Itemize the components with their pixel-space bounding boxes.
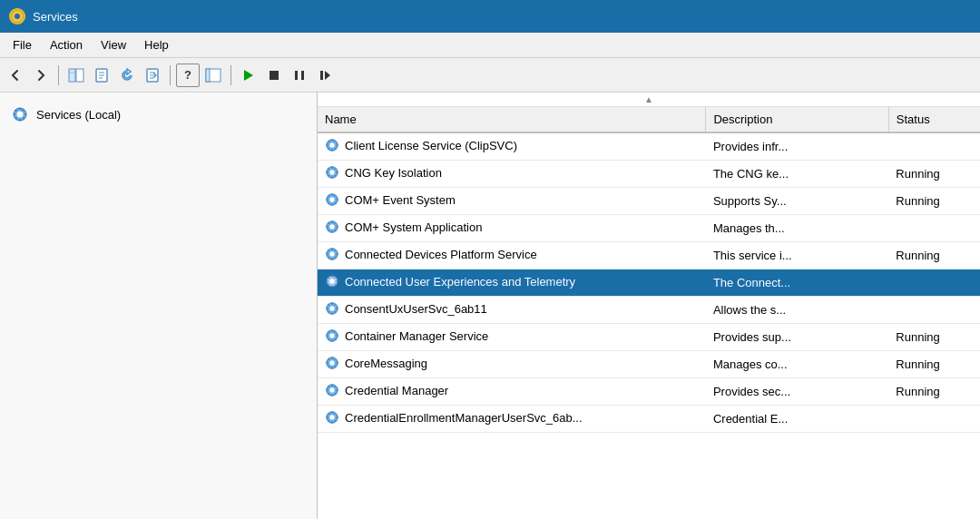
svg-point-22: [17, 112, 24, 118]
svg-marker-15: [244, 70, 253, 81]
svg-point-26: [329, 170, 334, 174]
svg-point-40: [329, 360, 334, 365]
svg-rect-19: [320, 71, 323, 80]
service-description: Manages th...: [706, 215, 888, 242]
service-icon: [325, 138, 339, 152]
table-row[interactable]: Client License Service (ClipSVC) Provide…: [318, 132, 980, 161]
right-panel[interactable]: ▲ Name Description Status Client License…: [318, 93, 980, 519]
service-description: The CNG ke...: [706, 161, 888, 188]
service-icon: [325, 247, 339, 261]
svg-rect-3: [76, 69, 83, 82]
svg-point-32: [329, 251, 334, 256]
table-row[interactable]: CoreMessaging Manages co...Running: [318, 351, 980, 378]
service-description: This service i...: [706, 242, 888, 269]
service-icon: [325, 165, 339, 180]
service-status: [888, 132, 980, 161]
svg-point-38: [329, 333, 334, 338]
service-description: Provides sec...: [706, 378, 888, 406]
column-status[interactable]: Status: [888, 107, 980, 132]
table-row[interactable]: Connected Devices Platform Service This …: [318, 242, 980, 269]
service-status: [888, 406, 980, 433]
table-row[interactable]: Credential Manager Provides sec...Runnin…: [318, 378, 980, 406]
forward-button[interactable]: [29, 64, 53, 87]
svg-point-30: [329, 224, 334, 229]
service-description: The Connect...: [706, 269, 888, 297]
toolbar: ?: [0, 58, 980, 93]
service-row-name: Credential Manager: [325, 383, 448, 397]
window-title: Services: [33, 10, 78, 24]
svg-point-1: [15, 14, 20, 19]
table-row[interactable]: CNG Key Isolation The CNG ke...Running: [318, 161, 980, 188]
table-row[interactable]: COM+ Event System Supports Sy...Running: [318, 188, 980, 215]
services-local-icon: [11, 105, 29, 123]
menu-file[interactable]: File: [4, 34, 41, 55]
title-bar: Services: [0, 0, 980, 33]
app-icon: [9, 8, 25, 24]
service-row-name: Connected Devices Platform Service: [325, 247, 537, 261]
service-description: Manages co...: [706, 351, 888, 378]
stop-service-button[interactable]: [262, 64, 286, 87]
svg-rect-18: [301, 71, 304, 80]
service-icon: [325, 220, 339, 234]
service-row-name: CoreMessaging: [325, 356, 427, 370]
svg-point-42: [329, 387, 334, 392]
service-row-name: Connected User Experiences and Telemetry: [325, 274, 575, 289]
back-button[interactable]: [4, 64, 27, 87]
show-properties-button[interactable]: [90, 64, 113, 87]
scroll-up-indicator: ▲: [318, 93, 980, 107]
separator-1: [58, 65, 59, 85]
table-row[interactable]: Connected User Experiences and Telemetry…: [318, 269, 980, 297]
service-row-name: COM+ Event System: [325, 192, 456, 207]
column-description[interactable]: Description: [706, 107, 888, 132]
service-icon: [325, 356, 339, 370]
service-row-name: Client License Service (ClipSVC): [325, 138, 517, 152]
services-table: Name Description Status Client License S…: [318, 107, 980, 433]
service-icon: [325, 410, 339, 425]
service-row-name: ConsentUxUserSvc_6ab11: [325, 301, 487, 316]
table-row[interactable]: COM+ System Application Manages th...: [318, 215, 980, 242]
start-service-button[interactable]: [237, 64, 260, 87]
svg-rect-17: [295, 71, 298, 80]
menu-help[interactable]: Help: [135, 34, 178, 55]
main-layout: Services (Local) ▲ Name Description Stat…: [0, 93, 980, 519]
svg-rect-2: [69, 69, 75, 82]
services-local-item[interactable]: Services (Local): [0, 100, 317, 129]
service-row-name: Container Manager Service: [325, 328, 488, 343]
service-status: [888, 215, 980, 242]
svg-point-36: [329, 306, 334, 310]
left-panel: Services (Local): [0, 93, 318, 519]
column-name[interactable]: Name: [318, 107, 706, 132]
service-description: Allows the s...: [706, 297, 888, 324]
service-status: [888, 297, 980, 324]
service-status: Running: [888, 161, 980, 188]
menu-bar: File Action View Help: [0, 33, 980, 58]
service-icon: [325, 274, 339, 289]
refresh-button[interactable]: [115, 64, 139, 87]
table-row[interactable]: CredentialEnrollmentManagerUserSvc_6ab..…: [318, 406, 980, 433]
table-row[interactable]: ConsentUxUserSvc_6ab11 Allows the s...: [318, 297, 980, 324]
view-details-button[interactable]: [201, 64, 225, 87]
svg-rect-16: [270, 71, 279, 80]
service-description: Supports Sy...: [706, 188, 888, 215]
pause-service-button[interactable]: [288, 64, 311, 87]
service-description: Provides infr...: [706, 132, 888, 161]
svg-point-28: [329, 197, 334, 201]
table-row[interactable]: Container Manager Service Provides sup..…: [318, 324, 980, 351]
menu-view[interactable]: View: [92, 34, 135, 55]
service-status: Running: [888, 242, 980, 269]
view-console-button[interactable]: [64, 64, 88, 87]
help-button[interactable]: ?: [176, 64, 200, 87]
service-status: Running: [888, 188, 980, 215]
service-icon: [325, 301, 339, 316]
service-icon: [325, 192, 339, 207]
menu-action[interactable]: Action: [41, 34, 92, 55]
table-header-row: Name Description Status: [318, 107, 980, 132]
service-status: Running: [888, 324, 980, 351]
service-row-name: CNG Key Isolation: [325, 165, 442, 180]
service-row-name: COM+ System Application: [325, 220, 482, 234]
separator-3: [230, 65, 231, 85]
service-row-name: CredentialEnrollmentManagerUserSvc_6ab..…: [325, 410, 583, 425]
restart-service-button[interactable]: [313, 64, 337, 87]
export-button[interactable]: [141, 64, 164, 87]
service-status: [888, 269, 980, 297]
